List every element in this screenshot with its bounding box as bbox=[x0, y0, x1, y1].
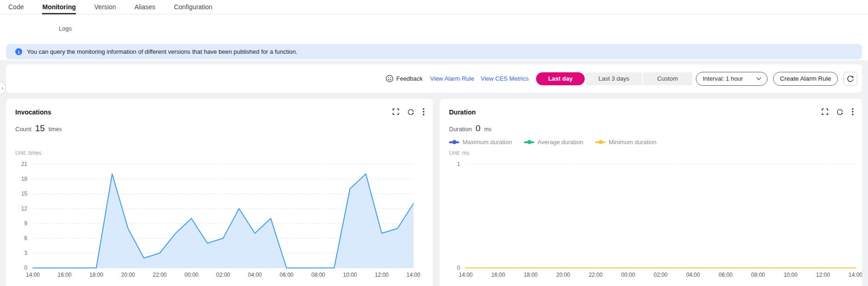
svg-text:1: 1 bbox=[457, 161, 460, 167]
svg-text:0: 0 bbox=[457, 265, 460, 271]
svg-text:22:00: 22:00 bbox=[589, 272, 603, 278]
svg-text:00:00: 00:00 bbox=[621, 272, 635, 278]
svg-text:21: 21 bbox=[21, 161, 28, 167]
tab-monitoring[interactable]: Monitoring bbox=[42, 0, 75, 14]
kebab-menu-icon[interactable] bbox=[852, 108, 854, 115]
svg-text:14:00: 14:00 bbox=[26, 272, 40, 278]
svg-text:02:00: 02:00 bbox=[216, 272, 230, 278]
svg-text:06:00: 06:00 bbox=[718, 272, 732, 278]
invocations-chart: 03691215182114:0016:0018:0020:0022:0000:… bbox=[6, 154, 433, 284]
duration-panel-actions bbox=[822, 108, 854, 115]
stat-unit: ms bbox=[484, 126, 492, 133]
svg-text:0: 0 bbox=[24, 265, 27, 271]
svg-text:15: 15 bbox=[21, 191, 28, 197]
svg-text:6: 6 bbox=[24, 235, 27, 242]
tab-aliases[interactable]: Aliases bbox=[134, 0, 155, 14]
toolbar-refresh-button[interactable] bbox=[843, 72, 857, 86]
chevron-down-icon bbox=[756, 77, 762, 81]
tab-version[interactable]: Version bbox=[94, 0, 116, 14]
legend-marker bbox=[524, 141, 534, 143]
duration-panel: Duration Duration 0 ms Maximum duration bbox=[440, 99, 862, 286]
svg-text:00:00: 00:00 bbox=[184, 272, 198, 278]
legend-label: Average duration bbox=[537, 139, 583, 146]
kebab-menu-icon[interactable] bbox=[423, 108, 425, 115]
svg-text:06:00: 06:00 bbox=[280, 272, 293, 278]
subtab-logs[interactable]: Logs bbox=[55, 22, 76, 34]
fullscreen-icon[interactable] bbox=[822, 108, 828, 115]
svg-text:20:00: 20:00 bbox=[121, 272, 135, 278]
legend-marker bbox=[449, 141, 459, 143]
svg-text:18:00: 18:00 bbox=[524, 272, 537, 278]
stat-label: Duration bbox=[449, 126, 472, 133]
svg-text:04:00: 04:00 bbox=[248, 272, 262, 278]
svg-text:04:00: 04:00 bbox=[686, 272, 700, 278]
feedback-button[interactable]: Feedback bbox=[386, 75, 423, 83]
svg-text:16:00: 16:00 bbox=[491, 272, 505, 278]
svg-text:14:00: 14:00 bbox=[459, 272, 473, 278]
legend-marker bbox=[595, 141, 606, 143]
svg-text:12: 12 bbox=[21, 205, 28, 212]
svg-text:3: 3 bbox=[24, 250, 27, 256]
tab-code[interactable]: Code bbox=[8, 0, 24, 14]
stat-label: Count bbox=[15, 126, 31, 133]
time-range-group: Last day Last 3 days Custom bbox=[536, 72, 692, 85]
duration-stat: Duration 0 ms bbox=[449, 123, 492, 133]
range-last-day-button[interactable]: Last day bbox=[536, 72, 585, 85]
legend-label: Maximum duration bbox=[462, 139, 512, 146]
duration-legend: Maximum duration Average duration Minimu… bbox=[449, 139, 656, 146]
svg-text:9: 9 bbox=[24, 220, 27, 227]
legend-item-average-duration[interactable]: Average duration bbox=[524, 139, 583, 146]
svg-text:10:00: 10:00 bbox=[343, 272, 357, 278]
function-tabbar: Code Monitoring Version Aliases Configur… bbox=[0, 0, 868, 14]
create-alarm-rule-button[interactable]: Create Alarm Rule bbox=[773, 72, 838, 86]
svg-text:12:00: 12:00 bbox=[816, 272, 830, 278]
legend-item-minimum-duration[interactable]: Minimum duration bbox=[595, 139, 656, 146]
invocations-panel-title: Invocations bbox=[15, 108, 51, 116]
duration-chart: 0114:0016:0018:0020:0022:0000:0002:0004:… bbox=[440, 154, 862, 284]
smiley-icon bbox=[386, 75, 393, 83]
stat-unit: times bbox=[49, 126, 62, 133]
range-custom-button[interactable]: Custom bbox=[643, 72, 692, 85]
svg-text:02:00: 02:00 bbox=[654, 272, 668, 278]
range-last-3-days-button[interactable]: Last 3 days bbox=[586, 72, 642, 85]
svg-text:20:00: 20:00 bbox=[556, 272, 570, 278]
interval-dropdown[interactable]: Interval: 1 hour bbox=[696, 72, 768, 86]
svg-text:16:00: 16:00 bbox=[57, 272, 71, 278]
stat-value: 0 bbox=[475, 123, 481, 133]
svg-text:08:00: 08:00 bbox=[311, 272, 325, 278]
refresh-icon[interactable] bbox=[837, 108, 843, 115]
feedback-label: Feedback bbox=[396, 75, 423, 82]
refresh-icon bbox=[847, 75, 854, 83]
refresh-icon[interactable] bbox=[407, 108, 414, 115]
tab-configuration[interactable]: Configuration bbox=[174, 0, 212, 14]
info-icon: i bbox=[15, 48, 22, 55]
collapse-chevron-icon: › bbox=[2, 85, 4, 91]
svg-text:10:00: 10:00 bbox=[784, 272, 798, 278]
legend-item-maximum-duration[interactable]: Maximum duration bbox=[449, 139, 512, 146]
interval-dropdown-value: Interval: 1 hour bbox=[703, 75, 743, 82]
fullscreen-icon[interactable] bbox=[393, 108, 399, 115]
legend-label: Minimum duration bbox=[609, 139, 656, 146]
view-ces-metrics-link[interactable]: View CES Metrics bbox=[481, 75, 529, 82]
svg-text:12:00: 12:00 bbox=[375, 272, 388, 278]
info-banner: i You can query the monitoring informati… bbox=[6, 44, 862, 59]
svg-text:18: 18 bbox=[21, 176, 28, 182]
view-alarm-rule-link[interactable]: View Alarm Rule bbox=[430, 75, 474, 82]
subtab-metrics[interactable]: Metrics bbox=[6, 22, 51, 34]
invocations-panel: Invocations Count 15 times Unit: times 0… bbox=[6, 99, 433, 286]
svg-text:14:00: 14:00 bbox=[406, 272, 420, 278]
invocations-panel-actions bbox=[393, 108, 425, 115]
invocations-stat: Count 15 times bbox=[15, 123, 62, 133]
monitoring-page: Code Monitoring Version Aliases Configur… bbox=[0, 0, 868, 286]
svg-text:22:00: 22:00 bbox=[153, 272, 167, 278]
svg-text:18:00: 18:00 bbox=[89, 272, 103, 278]
svg-text:08:00: 08:00 bbox=[751, 272, 765, 278]
svg-text:14:00: 14:00 bbox=[849, 272, 862, 278]
stat-value: 15 bbox=[35, 123, 45, 133]
info-banner-text: You can query the monitoring information… bbox=[27, 48, 298, 55]
monitoring-toolbar: Feedback View Alarm Rule View CES Metric… bbox=[6, 64, 862, 93]
duration-panel-title: Duration bbox=[449, 108, 476, 116]
